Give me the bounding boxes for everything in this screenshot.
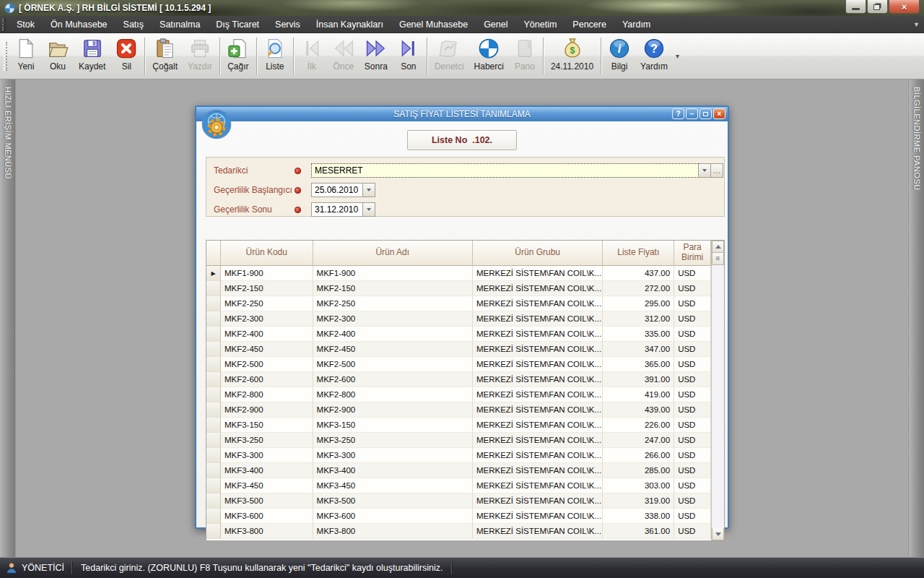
info-panel-tab[interactable]: BİLGİLENDİRME PANOSU — [908, 79, 924, 557]
menu-overflow-chevron-icon[interactable]: ▼ — [913, 21, 920, 28]
table-row[interactable]: MKF3-600MKF3-600MERKEZİ SİSTEM\FAN COIL\… — [206, 509, 711, 524]
table-row[interactable]: MKF2-500MKF2-500MERKEZİ SİSTEM\FAN COIL\… — [206, 357, 711, 372]
table-row[interactable]: MKF2-150MKF2-150MERKEZİ SİSTEM\FAN COIL\… — [206, 281, 711, 296]
table-row[interactable]: MKF3-450MKF3-450MERKEZİ SİSTEM\FAN COIL\… — [206, 478, 711, 493]
dialog-titlebar[interactable]: SATIŞ FİYAT LİSTESİ TANIMLAMA — [196, 107, 728, 121]
dialog-help-button[interactable]: ? — [672, 108, 684, 119]
row-selector[interactable] — [206, 448, 221, 463]
sonra-button[interactable]: Sonra — [359, 35, 393, 77]
dialog-close-button[interactable]: × — [713, 108, 725, 119]
menu-item-servis[interactable]: Servis — [267, 17, 308, 33]
menu-item-sat[interactable]: Satış — [116, 17, 152, 33]
sil-button[interactable]: Sil — [110, 35, 142, 77]
bilgi-button[interactable]: iBilgi — [603, 35, 635, 77]
dropdown-button[interactable] — [363, 202, 375, 217]
info-panel-label: BİLGİLENDİRME PANOSU — [912, 87, 921, 191]
table-row[interactable]: MKF3-400MKF3-400MERKEZİ SİSTEM\FAN COIL\… — [206, 463, 711, 478]
table-row[interactable]: MKF3-800MKF3-800MERKEZİ SİSTEM\FAN COIL\… — [206, 524, 711, 539]
row-selector[interactable] — [206, 509, 221, 524]
svg-text:?: ? — [650, 42, 658, 55]
column-header-r-n-ad[interactable]: Ürün Adı — [313, 241, 473, 265]
row-selector[interactable] — [206, 433, 221, 448]
kaydet-button[interactable]: Kaydet — [74, 35, 110, 77]
row-selector[interactable] — [206, 372, 221, 387]
liste-button[interactable]: Liste — [259, 35, 291, 77]
row-selector[interactable] — [206, 342, 221, 357]
table-row[interactable]: MKF2-250MKF2-250MERKEZİ SİSTEM\FAN COIL\… — [206, 296, 711, 311]
menu-item-i-nsan-kaynaklar[interactable]: İnsan Kaynakları — [308, 17, 391, 33]
menu-item-genel-muhasebe[interactable]: Genel Muhasebe — [391, 17, 476, 33]
window-minimize-button[interactable] — [845, 0, 866, 14]
table-row[interactable]: ▶MKF1-900MKF1-900MERKEZİ SİSTEM\FAN COIL… — [206, 266, 711, 281]
ge-erlilik-sonu-input[interactable]: 31.12.2010 — [311, 202, 363, 217]
window-close-button[interactable]: × — [889, 0, 920, 14]
cell: MKF3-300 — [221, 448, 313, 463]
menu-item-y-netim[interactable]: Yönetim — [515, 17, 565, 33]
row-selector[interactable] — [206, 387, 221, 402]
quick-access-panel-tab[interactable]: HIZLI ERİŞİM MENÜSÜ — [0, 79, 16, 557]
menu-item-sat-nalma[interactable]: Satınalma — [152, 17, 208, 33]
column-header-r-n-grubu[interactable]: Ürün Grubu — [473, 241, 603, 265]
scrollbar-down-button[interactable] — [712, 528, 724, 540]
cell: MKF3-300 — [313, 448, 473, 463]
column-header-liste-fiyat[interactable]: Liste Fiyatı — [603, 241, 674, 265]
ge-erlilik-ba-lang-c-input[interactable]: 25.06.2010 — [311, 183, 363, 197]
auditor-icon — [438, 38, 460, 59]
row-selector[interactable] — [206, 357, 221, 372]
table-row[interactable]: MKF2-900MKF2-900MERKEZİ SİSTEM\FAN COIL\… — [206, 402, 711, 418]
menu-item-d-ticaret[interactable]: Dış Ticaret — [208, 17, 267, 33]
grid-vertical-scrollbar[interactable]: ≡ — [711, 241, 724, 540]
cell: 391.00 — [603, 372, 674, 387]
menu-item-stok[interactable]: Stok — [9, 17, 43, 33]
cell: MERKEZİ SİSTEM\FAN COIL\K... — [473, 296, 603, 311]
table-row[interactable]: MKF3-300MKF3-300MERKEZİ SİSTEM\FAN COIL\… — [206, 448, 711, 463]
window-restore-button[interactable] — [867, 0, 888, 14]
menu-item-genel[interactable]: Genel — [476, 17, 515, 33]
yeni-button[interactable]: Yeni — [10, 35, 42, 77]
table-row[interactable]: MKF2-300MKF2-300MERKEZİ SİSTEM\FAN COIL\… — [206, 311, 711, 327]
tarih-button[interactable]: $24.11.2010 — [546, 35, 598, 77]
row-selector[interactable] — [206, 478, 221, 493]
menu-item-yard-m[interactable]: Yardım — [614, 17, 658, 33]
row-selector[interactable] — [206, 402, 221, 418]
dropdown-button[interactable] — [363, 183, 375, 197]
yardim-button[interactable]: ?Yardım — [635, 35, 673, 77]
row-selector[interactable] — [206, 311, 221, 327]
row-selector[interactable] — [206, 296, 221, 311]
row-selector[interactable] — [206, 524, 221, 539]
menu-item-pencere[interactable]: Pencere — [565, 17, 614, 33]
row-selector[interactable] — [206, 281, 221, 296]
table-row[interactable]: MKF3-150MKF3-150MERKEZİ SİSTEM\FAN COIL\… — [206, 418, 711, 433]
cell: MKF2-400 — [313, 327, 473, 342]
ilk-button: İlk — [296, 35, 328, 77]
menu-item-n-muhasebe[interactable]: Ön Muhasebe — [43, 17, 116, 33]
table-row[interactable]: MKF2-800MKF2-800MERKEZİ SİSTEM\FAN COIL\… — [206, 387, 711, 402]
row-selector[interactable] — [206, 493, 221, 509]
row-selector[interactable] — [206, 327, 221, 342]
cell: 295.00 — [603, 296, 674, 311]
row-selector[interactable]: ▶ — [206, 266, 221, 281]
dropdown-button[interactable] — [699, 163, 711, 178]
column-header-para-birimi[interactable]: Para Birimi — [674, 241, 711, 265]
row-selector[interactable] — [206, 418, 221, 433]
cogalt-button[interactable]: Çoğalt — [147, 35, 183, 77]
dialog-maximize-button[interactable] — [699, 108, 712, 119]
table-row[interactable]: MKF3-250MKF3-250MERKEZİ SİSTEM\FAN COIL\… — [206, 433, 711, 448]
tedarikci-input[interactable]: MESERRET — [311, 163, 699, 178]
cell: MERKEZİ SİSTEM\FAN COIL\K... — [473, 509, 603, 524]
table-row[interactable]: MKF2-400MKF2-400MERKEZİ SİSTEM\FAN COIL\… — [206, 327, 711, 342]
scrollbar-menu-button[interactable]: ≡ — [712, 253, 724, 265]
son-button[interactable]: Son — [393, 35, 424, 77]
haberci-button[interactable]: Haberci — [469, 35, 509, 77]
table-row[interactable]: MKF2-450MKF2-450MERKEZİ SİSTEM\FAN COIL\… — [206, 342, 711, 357]
cagir-button[interactable]: Çağır — [222, 35, 254, 77]
scrollbar-up-button[interactable] — [712, 241, 724, 253]
dialog-minimize-button[interactable]: − — [686, 108, 698, 119]
table-row[interactable]: MKF3-500MKF3-500MERKEZİ SİSTEM\FAN COIL\… — [206, 493, 711, 509]
row-selector[interactable] — [206, 463, 221, 478]
table-row[interactable]: MKF2-600MKF2-600MERKEZİ SİSTEM\FAN COIL\… — [206, 372, 711, 387]
toolbar-overflow-chevron-icon[interactable]: ▾ — [673, 52, 682, 60]
column-header-r-n-kodu[interactable]: Ürün Kodu — [221, 241, 313, 265]
ellipsis-button[interactable]: … — [711, 163, 723, 178]
oku-button[interactable]: Oku — [42, 35, 74, 77]
